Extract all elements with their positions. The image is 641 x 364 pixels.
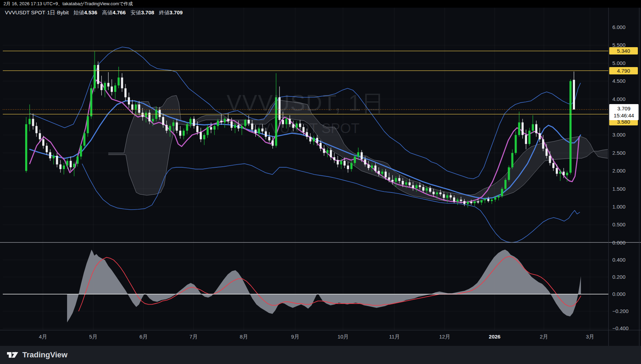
price-tick: 4.500 <box>612 78 638 84</box>
export-attribution-bar: 2月 16, 2026 17:13 UTC+9、takatabaがTrading… <box>0 0 641 8</box>
export-attribution-text: 2月 16, 2026 17:13 UTC+9、takatabaがTrading… <box>3 1 133 6</box>
oscillator-tick: 0.400 <box>612 257 638 263</box>
price-tick: 4.000 <box>612 96 638 102</box>
time-tick[interactable]: 10月 <box>337 334 349 340</box>
time-tick[interactable]: 5月 <box>89 334 97 340</box>
oscillator-tick: 0.200 <box>612 274 638 280</box>
footer-bar: TradingView <box>0 346 641 364</box>
symbol-title[interactable]: VVVUSDT SPOT · 1日 · Bybit <box>5 9 69 16</box>
time-tick[interactable]: 2026 <box>489 334 500 340</box>
interval-label: 1日 <box>47 9 55 15</box>
price-tick: 6.000 <box>612 24 638 30</box>
price-tick: 5.000 <box>612 60 638 66</box>
symbol-name: VVVUSDT SPOT <box>5 9 45 15</box>
price-tick: 1.000 <box>612 204 638 210</box>
time-tick[interactable]: 9月 <box>291 334 299 340</box>
oscillator-tick: 0.000 <box>612 291 638 297</box>
price-tick: 0.000 <box>612 240 638 246</box>
bar-countdown: 15:46:44 <box>609 112 639 119</box>
time-tick[interactable]: 6月 <box>139 334 147 340</box>
price-tick: 1.500 <box>612 186 638 192</box>
time-tick[interactable]: 12月 <box>439 334 450 340</box>
price-level-label-4790[interactable]: 4.790 <box>609 67 638 74</box>
price-tick: 3.000 <box>612 132 638 138</box>
exchange-label: Bybit <box>57 9 68 15</box>
ohlc-close: 終値3.709 <box>159 9 183 16</box>
price-tick: 2.000 <box>612 168 638 174</box>
chart-canvas[interactable] <box>0 0 641 364</box>
ohlc-low: 安値3.708 <box>131 9 154 16</box>
price-tick: 0.500 <box>612 221 638 227</box>
time-tick[interactable]: 7月 <box>189 334 197 340</box>
tradingview-chart-window: 2月 16, 2026 17:13 UTC+9、takatabaがTrading… <box>0 0 641 364</box>
time-tick[interactable]: 11月 <box>389 334 400 340</box>
current-price-label[interactable]: 3.709 15:46:44 <box>609 104 639 120</box>
symbol-legend[interactable]: VVVUSDT SPOT · 1日 · Bybit 始値4.536 高値4.76… <box>5 9 183 16</box>
time-axis[interactable]: 4月5月6月7月8月9月10月11月12月20262月3月 <box>0 330 641 346</box>
ohlc-high: 高値4.766 <box>102 9 126 16</box>
price-tick: 2.500 <box>612 150 638 156</box>
tradingview-logo-icon[interactable] <box>6 350 19 360</box>
current-price-value: 3.709 <box>609 105 639 112</box>
time-tick[interactable]: 3月 <box>586 334 594 340</box>
time-tick[interactable]: 2月 <box>540 334 548 340</box>
oscillator-tick: −0.200 <box>612 308 638 314</box>
time-tick[interactable]: 4月 <box>39 334 47 340</box>
price-level-label-5340[interactable]: 5.340 <box>609 47 638 54</box>
time-tick[interactable]: 8月 <box>240 334 248 340</box>
oscillator-tick: −0.400 <box>612 325 638 331</box>
brand-name[interactable]: TradingView <box>22 350 67 359</box>
ohlc-open: 始値4.536 <box>74 9 97 16</box>
